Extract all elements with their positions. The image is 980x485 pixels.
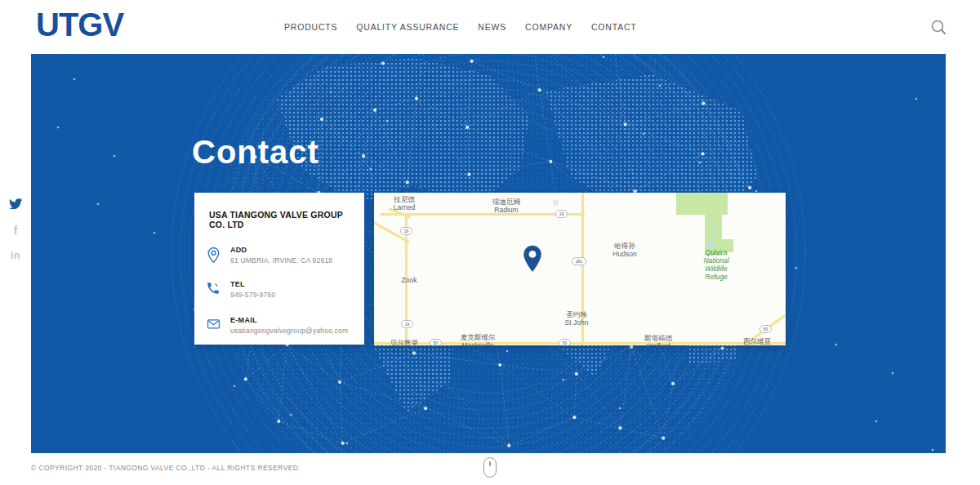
copyright-text: © COPYRIGHT 2020 - TIANGONG VALVE CO.,LT… [31,464,301,472]
map-label-stjohn: 圣约翰St John [565,310,589,327]
email-row: E-MAIL usatiangongvalvegroup@yahoo.com [206,316,358,335]
map-label-sylvia: 西尔维亚 [743,337,771,345]
map-label-zook: Zook [402,276,417,284]
facebook-icon[interactable]: f [0,223,31,237]
company-name: USA TIANGONG VALVE GROUP CO. LTD [209,210,353,229]
map-label-belpre: 贝尔普里 [390,339,418,345]
route-shield: 281 [572,257,586,265]
map-label-stafford: 斯塔福德Stafford [644,334,672,345]
search-icon[interactable] [930,19,947,36]
header: UTGV PRODUCTS QUALITY ASSURANCE NEWS COM… [0,0,980,54]
phone-label: TEL [230,280,275,288]
road [381,213,585,216]
social-sidebar: f in [0,54,31,453]
nav-item-products[interactable]: PRODUCTS [284,22,337,32]
route-shield: 19 [555,210,568,218]
address-label: ADD [230,246,332,254]
nav-item-news[interactable]: NEWS [478,22,506,32]
map-label-larned: 拉尼德Larned [394,195,415,211]
twitter-icon[interactable] [0,198,31,212]
hero-section: Contact USA TIANGONG VALVE GROUP CO. LTD… [31,54,946,453]
lake-dot [709,220,712,223]
footer: © COPYRIGHT 2020 - TIANGONG VALVE CO.,LT… [0,453,980,485]
embedded-map[interactable]: 19 19 19 281 50 50 50 拉尼德Larned 镭迪厄姆Radi… [374,193,786,345]
route-shield: 50 [430,339,442,345]
nav-item-contact[interactable]: CONTACT [591,22,637,32]
nav-item-quality-assurance[interactable]: QUALITY ASSURANCE [356,22,459,32]
map-marker-pin[interactable] [521,244,544,274]
route-shield: 50 [559,339,571,345]
email-value: usatiangongvalvegroup@yahoo.com [230,327,348,335]
phone-value: 949-579-9760 [230,291,275,299]
map-label-quivira-refuge: QuiviraNational WildlifeRefuge [703,248,728,281]
phone-row: TEL 949-579-9760 [206,280,358,299]
main-nav: PRODUCTS QUALITY ASSURANCE NEWS COMPANY … [284,0,637,54]
nav-item-company[interactable]: COMPANY [525,22,572,32]
linkedin-icon[interactable]: in [0,250,31,261]
route-shield: 19 [401,320,413,328]
route-shield: 19 [400,227,412,235]
logo[interactable]: UTGV [36,7,123,43]
envelope-icon [206,316,230,335]
location-pin-icon [206,246,230,268]
phone-icon [206,280,230,299]
map-label-radium: 镭迪厄姆Radium [492,198,520,214]
map-building-square [553,200,559,206]
map-label-macksville: 麦克斯维尔Macksville [461,333,496,345]
lake-dot [708,242,713,247]
lake-dot [712,231,715,234]
refuge-area [676,193,728,215]
map-label-hudson: 哈得孙Hudson [612,242,636,258]
contact-info-card: USA TIANGONG VALVE GROUP CO. LTD ADD 61 … [194,193,364,345]
address-row: ADD 61 UMBRIA. IRVINE. CA 92618 [206,246,358,268]
address-value: 61 UMBRIA. IRVINE. CA 92618 [230,256,332,265]
route-shield: 50 [760,325,772,333]
page-title: Contact [192,134,319,171]
email-label: E-MAIL [230,316,348,324]
scroll-mouse-icon [483,457,497,478]
